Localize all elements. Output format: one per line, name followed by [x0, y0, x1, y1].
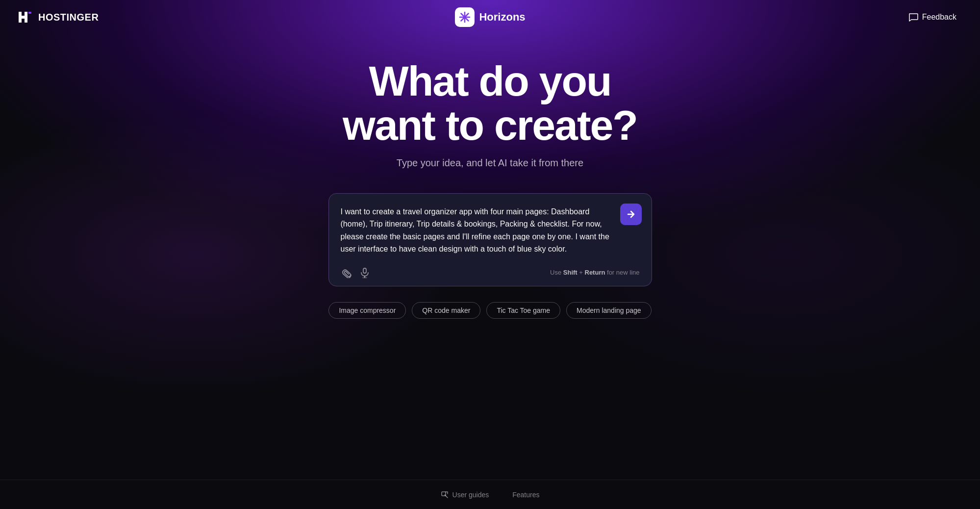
chip-landing-page[interactable]: Modern landing page — [566, 302, 652, 319]
external-link-icon — [441, 491, 449, 499]
microphone-icon[interactable] — [359, 267, 370, 278]
shortcut-plus: + — [579, 269, 583, 276]
prompt-input[interactable] — [341, 205, 640, 259]
brand-name: Horizons — [479, 11, 525, 24]
input-footer: Use Shift + Return for new line — [341, 267, 640, 278]
feedback-icon — [908, 12, 918, 22]
feedback-label: Feedback — [922, 13, 956, 22]
horizons-logo-icon — [458, 11, 471, 24]
svg-rect-1 — [28, 12, 31, 14]
header: HOSTINGER Horizons Feedback — [0, 0, 980, 34]
chip-image-compressor[interactable]: Image compressor — [328, 302, 406, 319]
brand-center: Horizons — [454, 7, 525, 27]
hostinger-logo[interactable]: HOSTINGER — [16, 8, 99, 26]
feedback-button[interactable]: Feedback — [901, 8, 964, 26]
shortcut-hint: Use Shift + Return for new line — [550, 269, 639, 276]
input-actions — [341, 267, 370, 278]
user-guides-link[interactable]: User guides — [441, 491, 489, 499]
arrow-right-icon — [626, 209, 636, 219]
main-content: What do you want to create? Type your id… — [0, 0, 980, 509]
headline-line2: want to create? — [343, 102, 637, 149]
main-subtitle: Type your idea, and let AI take it from … — [397, 157, 583, 169]
features-link[interactable]: Features — [512, 491, 539, 499]
main-headline: What do you want to create? — [343, 59, 637, 148]
submit-button[interactable] — [620, 204, 642, 225]
attach-icon[interactable] — [341, 267, 352, 278]
svg-rect-7 — [363, 268, 366, 273]
shortcut-shift: Shift — [563, 269, 578, 276]
horizons-icon — [454, 7, 474, 27]
shortcut-suffix: for new line — [607, 269, 639, 276]
hostinger-icon — [16, 8, 34, 26]
user-guides-label: User guides — [452, 491, 489, 499]
shortcut-use: Use — [550, 269, 561, 276]
suggestion-chips: Image compressor QR code maker Tic Tac T… — [328, 302, 651, 319]
chip-tic-tac-toe[interactable]: Tic Tac Toe game — [486, 302, 560, 319]
hostinger-logo-text: HOSTINGER — [38, 12, 99, 23]
chip-qr-code-maker[interactable]: QR code maker — [412, 302, 480, 319]
bottom-bar: User guides Features — [0, 480, 980, 509]
shortcut-return: Return — [585, 269, 605, 276]
prompt-container: Use Shift + Return for new line — [328, 193, 652, 286]
headline-line1: What do you — [369, 57, 611, 104]
features-label: Features — [512, 491, 539, 499]
